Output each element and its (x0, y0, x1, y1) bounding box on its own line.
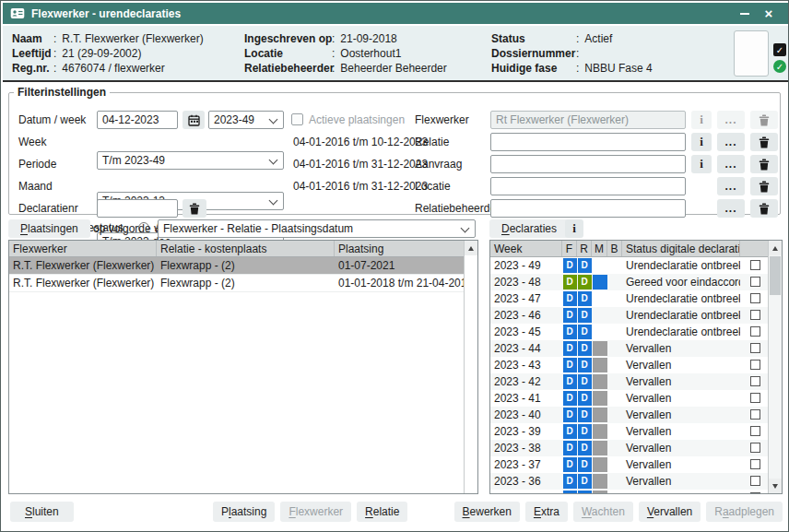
declaratie-row[interactable]: 2023 - 36 D D Vervallen (490, 473, 770, 490)
relatie-info-button[interactable]: i (691, 133, 712, 151)
actieve-plaatsingen-checkbox[interactable] (291, 113, 303, 125)
declaratie-row[interactable]: 2023 - 39 D D Vervallen (490, 423, 770, 440)
aanvraag-clear-button[interactable] (750, 155, 778, 173)
locatie-input[interactable] (490, 177, 686, 195)
close-button[interactable]: × (757, 3, 781, 24)
aanvraag-input[interactable] (490, 155, 686, 173)
relatiebeheerder-input[interactable] (490, 199, 686, 218)
declaratie-row[interactable]: 2023 - 45 D D Urendeclaratie ontbreekt (490, 324, 770, 340)
column-header-plaatsing[interactable]: Plaatsing (335, 241, 465, 256)
relatie-button[interactable]: Relatie (357, 502, 407, 522)
aanvraag-info-button[interactable]: i (691, 155, 712, 173)
column-header-r[interactable]: R (577, 241, 592, 256)
column-header-relatie-kostenplaats[interactable]: Relatie - kostenplaats (157, 241, 335, 256)
row-checkbox[interactable] (750, 293, 760, 303)
locatie-browse-button[interactable]: ... (717, 177, 745, 195)
week-select[interactable]: T/m 2023-49 (97, 151, 284, 170)
column-header-b[interactable]: B (607, 241, 622, 256)
row-checkbox[interactable] (750, 492, 760, 494)
declaratie-row[interactable]: 2023 - 43 D D Vervallen (490, 357, 770, 373)
cell-f-status: D (563, 358, 577, 372)
declaratie-row[interactable]: 2023 - 44 D D Vervallen (490, 340, 770, 357)
scroll-up-button[interactable] (769, 241, 782, 255)
cell-week: 2023 - 40 (490, 407, 562, 423)
datum-week-select[interactable]: 2023-49 (208, 111, 284, 129)
cell-status-text: Vervallen (622, 423, 740, 440)
row-checkbox[interactable] (750, 376, 760, 386)
relatiebeheerder-clear-button[interactable] (750, 199, 778, 218)
declaratie-row[interactable]: 2023 - 40 D D Vervallen (490, 407, 770, 423)
periode-range-text: 04-01-2016 t/m 31-12-2023 (293, 155, 428, 173)
row-checkbox[interactable] (750, 277, 760, 287)
column-header-flexwerker[interactable]: Flexwerker (9, 241, 157, 256)
row-checkbox[interactable] (750, 360, 760, 370)
row-checkbox[interactable] (750, 343, 760, 353)
declaratie-row[interactable]: 2023 - 35 D D Vervallen (490, 490, 770, 494)
ok-status-icon: ✓ (773, 60, 786, 73)
cell-b-status (607, 357, 622, 373)
cell-status-text: Urendeclaratie ontbreekt (622, 324, 740, 340)
row-checkbox[interactable] (750, 426, 760, 436)
declaratie-row[interactable]: 2023 - 41 D D Vervallen (490, 390, 770, 407)
relatie-clear-button[interactable] (750, 133, 778, 151)
declaratie-row[interactable]: 2023 - 47 D D Urendeclaratie ontbreekt (490, 290, 770, 307)
aanvraag-browse-button[interactable]: ... (717, 155, 745, 173)
row-checkbox[interactable] (750, 326, 760, 337)
declaraties-scrollbar[interactable] (768, 241, 782, 493)
row-checkbox[interactable] (750, 459, 760, 469)
declaratie-row[interactable]: 2023 - 42 D D Vervallen (490, 373, 770, 390)
cell-b-status (607, 324, 622, 340)
declaratie-row[interactable]: 2023 - 38 D D Vervallen (490, 440, 770, 456)
declaratienr-clear-button[interactable] (183, 199, 206, 218)
relatie-input[interactable] (490, 133, 686, 151)
column-header-status[interactable]: Status digitale declaratie (622, 241, 740, 256)
declaratie-row[interactable]: 2023 - 46 D D Urendeclaratie ontbreekt (490, 307, 770, 324)
cell-flexwerker: R.T. Flexwerker (Flexwerker) (9, 275, 157, 291)
cell-m-status (593, 358, 607, 372)
row-checkbox[interactable] (750, 310, 760, 320)
cell-select (740, 307, 770, 324)
plaatsing-row[interactable]: R.T. Flexwerker (Flexwerker) Flexwrapp -… (9, 275, 465, 292)
declaratienr-input[interactable] (97, 199, 178, 218)
plaatsing-row[interactable]: R.T. Flexwerker (Flexwerker) Flexwrapp -… (9, 257, 465, 275)
scrollbar-thumb[interactable] (770, 256, 781, 295)
declaratie-row[interactable]: 2023 - 37 D D Vervallen (490, 456, 770, 473)
cell-status-text: Vervallen (622, 473, 740, 490)
plaatsingen-tab[interactable]: Plaatsingen (8, 219, 90, 238)
row-checkbox[interactable] (750, 260, 760, 270)
cell-r-status: D (578, 308, 592, 323)
row-checkbox[interactable] (750, 393, 760, 403)
scroll-up-button[interactable] (465, 241, 477, 255)
relatie-browse-button[interactable]: ... (717, 133, 745, 151)
locatie-clear-button[interactable] (750, 177, 778, 195)
raadplegen-button: Raadplegen (706, 502, 783, 522)
declaratie-row[interactable]: 2023 - 48 D D Gereed voor eindaccord... (490, 274, 770, 290)
bewerken-button[interactable]: Bewerken (454, 502, 520, 522)
column-header-m[interactable]: M (592, 241, 607, 256)
row-checkbox[interactable] (750, 443, 760, 453)
column-header-f[interactable]: F (562, 241, 577, 256)
scroll-down-button[interactable] (769, 479, 782, 493)
plaatsing-button[interactable]: Plaatsing (213, 502, 275, 522)
calendar-button[interactable] (183, 111, 205, 129)
plaatsingen-scrollbar[interactable] (464, 241, 477, 493)
declaraties-tab[interactable]: Declaraties (489, 219, 569, 238)
row-checkbox[interactable] (750, 476, 760, 486)
declaraties-info-button[interactable]: i (565, 219, 583, 238)
filter-settings-group: Filterinstellingen Datum / week 2023-49 … (8, 86, 781, 215)
vervallen-button[interactable]: Vervallen (639, 502, 701, 522)
minimize-button[interactable] (733, 3, 757, 24)
cell-b-status (607, 257, 622, 274)
sort-order-select[interactable]: Flexwerker - Relatie - Plaatsingsdatum (158, 219, 476, 238)
declaratie-row[interactable]: 2023 - 49 D D Urendeclaratie ontbreekt (490, 257, 770, 274)
row-checkbox[interactable] (750, 409, 760, 420)
cell-week: 2023 - 38 (490, 440, 562, 456)
date-input[interactable] (97, 111, 178, 129)
cell-week: 2023 - 48 (490, 274, 562, 290)
sluiten-button[interactable]: Sluiten (10, 502, 74, 522)
extra-button[interactable]: Extra (525, 502, 568, 522)
cell-week: 2023 - 37 (490, 456, 562, 473)
relatiebeheerder-browse-button[interactable]: ... (717, 199, 745, 218)
cell-f-status: D (563, 325, 577, 339)
column-header-week[interactable]: Week (490, 241, 562, 256)
